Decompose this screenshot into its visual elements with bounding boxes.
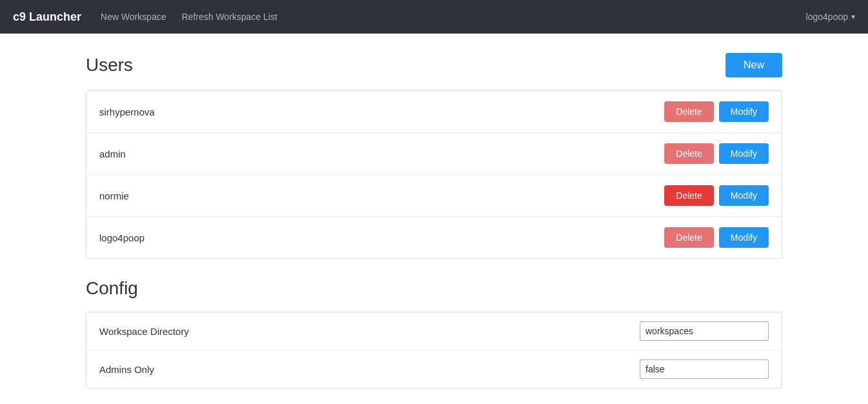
modify-button-2[interactable]: Modify xyxy=(719,185,769,206)
user-menu[interactable]: logo4poop ▾ xyxy=(806,12,855,22)
config-label-1: Admins Only xyxy=(99,364,640,375)
users-section-header: Users New xyxy=(86,53,782,77)
user-actions-3: Delete Modify xyxy=(664,227,769,248)
config-input-1[interactable] xyxy=(640,359,769,379)
user-row-3: logo4poop Delete Modify xyxy=(86,217,782,258)
delete-button-0[interactable]: Delete xyxy=(664,101,713,122)
user-name-2: normie xyxy=(99,190,664,201)
config-label-0: Workspace Directory xyxy=(99,326,640,337)
users-title: Users xyxy=(86,55,133,76)
new-workspace-link[interactable]: New Workspace xyxy=(101,12,166,22)
user-name-3: logo4poop xyxy=(99,232,664,243)
user-actions-1: Delete Modify xyxy=(664,143,769,164)
new-user-button[interactable]: New xyxy=(725,53,782,77)
user-row-0: sirhypernova Delete Modify xyxy=(86,91,782,133)
delete-button-2[interactable]: Delete xyxy=(664,185,713,206)
modify-button-1[interactable]: Modify xyxy=(719,143,769,164)
config-title: Config xyxy=(86,278,138,299)
user-row-2: normie Delete Modify xyxy=(86,175,782,217)
users-card: sirhypernova Delete Modify admin Delete … xyxy=(86,90,782,259)
config-row-0: Workspace Directory xyxy=(86,312,782,350)
navbar-brand: c9 Launcher xyxy=(13,10,81,24)
modify-button-0[interactable]: Modify xyxy=(719,101,769,122)
config-input-0[interactable] xyxy=(640,321,769,341)
user-row-1: admin Delete Modify xyxy=(86,133,782,175)
config-row-1: Admins Only xyxy=(86,350,782,388)
config-section-header: Config xyxy=(86,278,782,299)
navbar: c9 Launcher New Workspace Refresh Worksp… xyxy=(0,0,868,34)
refresh-workspace-link[interactable]: Refresh Workspace List xyxy=(182,12,277,22)
user-name-0: sirhypernova xyxy=(99,106,664,117)
delete-button-1[interactable]: Delete xyxy=(664,143,713,164)
main-content: Users New sirhypernova Delete Modify adm… xyxy=(73,34,795,404)
navbar-username: logo4poop xyxy=(806,12,848,22)
modify-button-3[interactable]: Modify xyxy=(719,227,769,248)
user-actions-2: Delete Modify xyxy=(664,185,769,206)
delete-button-3[interactable]: Delete xyxy=(664,227,713,248)
user-name-1: admin xyxy=(99,148,664,159)
user-menu-caret: ▾ xyxy=(851,12,855,21)
config-card: Workspace Directory Admins Only xyxy=(86,312,782,389)
user-actions-0: Delete Modify xyxy=(664,101,769,122)
